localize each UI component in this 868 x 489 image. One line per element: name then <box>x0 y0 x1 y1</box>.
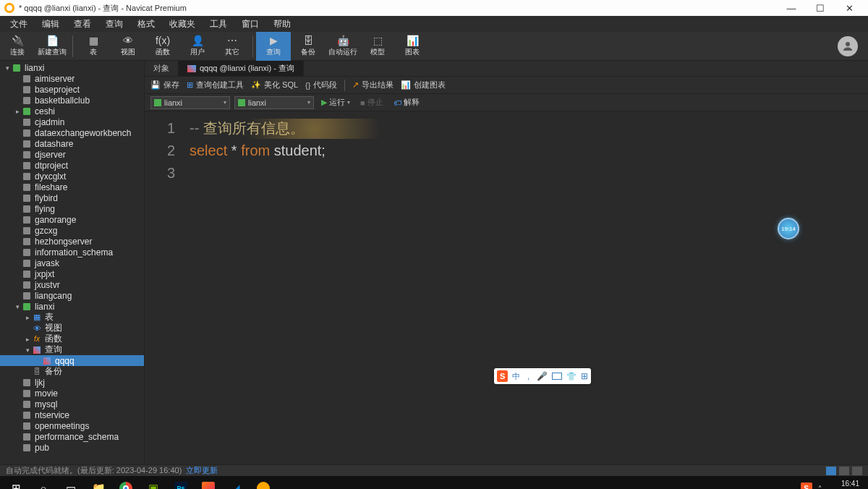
menu-help[interactable]: 帮助 <box>266 16 298 32</box>
save-button[interactable]: 💾保存 <box>150 80 179 90</box>
maximize-button[interactable]: ☐ <box>806 0 835 16</box>
menu-window[interactable]: 窗口 <box>234 16 266 32</box>
shirt-icon[interactable]: 👕 <box>566 372 576 381</box>
tree-javask[interactable]: javask <box>0 258 144 268</box>
toolbar-新建查询[interactable]: 📄新建查询 <box>35 32 69 61</box>
tree-lianxi[interactable]: ▾lianxi <box>0 301 144 312</box>
connection-combo[interactable]: lianxi▾ <box>150 96 230 109</box>
tree-dataexchangeworkbench[interactable]: dataexchangeworkbench <box>0 127 144 138</box>
tree-basketballclub[interactable]: basketballclub <box>0 95 144 106</box>
sogou-tray-icon[interactable]: S <box>801 482 812 489</box>
tree-ceshi[interactable]: ▸ceshi <box>0 106 144 116</box>
floating-clock[interactable]: 19:14 <box>778 218 799 239</box>
navicat-icon[interactable] <box>250 477 276 489</box>
toolbar-函数[interactable]: f(x)函数 <box>145 32 180 61</box>
tree-ntservice[interactable]: ntservice <box>0 409 144 420</box>
export-button[interactable]: ↗导出结果 <box>352 80 393 90</box>
toolbar-用户[interactable]: 👤用户 <box>180 32 215 61</box>
tree-查询[interactable]: ▾查询 <box>0 344 144 355</box>
tab-query-active[interactable]: qqqq @lianxi (lianxi) - 查询 <box>179 61 304 76</box>
beautify-button[interactable]: ✨美化 SQL <box>251 80 298 90</box>
tree-liangcang[interactable]: liangcang <box>0 290 144 301</box>
toolbar-图表[interactable]: 📊图表 <box>395 32 430 61</box>
toolbar-查询[interactable]: ▶查询 <box>256 32 291 61</box>
query-builder-button[interactable]: ⊞查询创建工具 <box>187 80 244 90</box>
explorer-icon[interactable]: 📁 <box>85 477 111 489</box>
start-button[interactable]: ⊞ <box>3 477 29 489</box>
tree-视图[interactable]: 👁视图 <box>0 323 144 333</box>
pycharm-icon[interactable]: ▣ <box>140 477 166 489</box>
clock-tray[interactable]: 16:41 2023/4/29 <box>827 480 860 489</box>
minimize-button[interactable]: — <box>777 0 806 16</box>
code-area[interactable]: -- 查询所有信息。 select * from student; <box>184 111 868 464</box>
tree-performance_schema[interactable]: performance_schema <box>0 431 144 442</box>
tree-mysql[interactable]: mysql <box>0 399 144 409</box>
menu-query[interactable]: 查询 <box>98 16 130 32</box>
chart-button[interactable]: 📊创建图表 <box>401 80 446 90</box>
tree-aimiserver[interactable]: aimiserver <box>0 73 144 84</box>
ime-punct[interactable]: ， <box>524 371 532 382</box>
ime-lang[interactable]: 中 <box>512 371 520 382</box>
toolbar-其它[interactable]: ⋯其它 <box>215 32 250 61</box>
tree-flybird[interactable]: flybird <box>0 192 144 203</box>
menu-favorites[interactable]: 收藏夹 <box>162 16 203 32</box>
tree-jxustvr[interactable]: jxustvr <box>0 279 144 290</box>
status-indicator-3[interactable] <box>852 467 862 475</box>
user-avatar[interactable] <box>838 36 858 56</box>
intellij-icon[interactable] <box>195 477 221 489</box>
tree-jxpjxt[interactable]: jxpjxt <box>0 268 144 279</box>
tree-qqqq[interactable]: qqqq <box>0 355 144 366</box>
tree-gzcxg[interactable]: gzcxg <box>0 225 144 236</box>
tree-lianxi[interactable]: ▾lianxi <box>0 62 144 73</box>
tree-备份[interactable]: 🗄备份 <box>0 366 144 377</box>
menu-tools[interactable]: 工具 <box>203 16 234 32</box>
menu-edit[interactable]: 编辑 <box>35 16 67 32</box>
run-button[interactable]: ▶运行▾ <box>318 97 353 108</box>
mic-icon[interactable]: 🎤 <box>537 371 548 381</box>
tree-dtproject[interactable]: dtproject <box>0 160 144 171</box>
cortana-button[interactable]: ○ <box>30 477 56 489</box>
toolbar-连接[interactable]: 🔌连接 <box>0 32 35 61</box>
snippet-button[interactable]: {}代码段 <box>305 80 337 90</box>
toolbar-表[interactable]: ▦表 <box>76 32 111 61</box>
status-indicator-1[interactable] <box>826 467 836 475</box>
update-link[interactable]: 立即更新 <box>186 465 218 476</box>
tree-djserver[interactable]: djserver <box>0 149 144 160</box>
tree-hezhongserver[interactable]: hezhongserver <box>0 236 144 247</box>
tree-表[interactable]: ▸▦表 <box>0 312 144 323</box>
tree-baseproject[interactable]: baseproject <box>0 84 144 95</box>
menu-format[interactable]: 格式 <box>130 16 162 32</box>
tab-objects[interactable]: 对象 <box>145 61 179 76</box>
ime-bar[interactable]: S 中 ， 🎤 👕 ⊞ <box>494 368 591 384</box>
tree-openmeetings[interactable]: openmeetings <box>0 420 144 431</box>
tree-fileshare[interactable]: fileshare <box>0 182 144 192</box>
tree-information_schema[interactable]: information_schema <box>0 247 144 258</box>
tree-movie[interactable]: movie <box>0 388 144 399</box>
status-indicator-2[interactable] <box>839 467 849 475</box>
tree-datashare[interactable]: datashare <box>0 138 144 149</box>
tray-expand-icon[interactable]: ˄ <box>818 485 822 490</box>
tree-ljkj[interactable]: ljkj <box>0 377 144 388</box>
tree-ganorange[interactable]: ganorange <box>0 214 144 225</box>
toolbar-备份[interactable]: 🗄备份 <box>291 32 326 61</box>
keyboard-icon[interactable] <box>552 373 562 380</box>
tree-pub[interactable]: pub <box>0 442 144 453</box>
menu-view[interactable]: 查看 <box>67 16 98 32</box>
database-combo[interactable]: lianxi▾ <box>234 96 314 109</box>
taskview-button[interactable]: ▭ <box>58 477 84 489</box>
toolbar-自动运行[interactable]: 🤖自动运行 <box>326 32 360 61</box>
sidebar-tree[interactable]: ▾lianxiaimiserverbaseprojectbasketballcl… <box>0 61 145 464</box>
grid-icon[interactable]: ⊞ <box>581 371 588 381</box>
tree-dyxcglxt[interactable]: dyxcglxt <box>0 171 144 182</box>
toolbar-模型[interactable]: ⬚模型 <box>360 32 395 61</box>
sql-editor[interactable]: 1 2 3 -- 查询所有信息。 select * from student; <box>145 111 868 464</box>
toolbar-视图[interactable]: 👁视图 <box>111 32 145 61</box>
close-button[interactable]: ✕ <box>835 0 864 16</box>
tree-函数[interactable]: ▸fx函数 <box>0 333 144 344</box>
tree-flying[interactable]: flying <box>0 203 144 214</box>
tree-cjadmin[interactable]: cjadmin <box>0 116 144 127</box>
vscode-icon[interactable]: ◢ <box>223 477 249 489</box>
photoshop-icon[interactable]: Ps <box>168 477 194 489</box>
menu-file[interactable]: 文件 <box>3 16 35 32</box>
chrome-icon[interactable] <box>113 477 139 489</box>
